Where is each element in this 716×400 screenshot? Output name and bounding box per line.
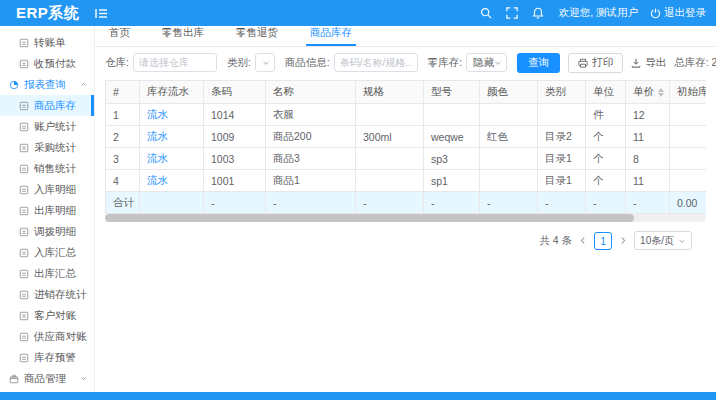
sidebar: 转账单收预付款报表查询商品库存账户统计采购统计销售统计入库明细出库明细调拨明细入… [0, 26, 95, 392]
printer-icon [578, 58, 588, 68]
fullscreen-icon[interactable] [506, 7, 518, 19]
sidebar-item-转账单[interactable]: 转账单 [0, 32, 94, 53]
warehouse-input[interactable] [133, 53, 217, 72]
column-header-单位: 单位 [586, 81, 626, 104]
sidebar-item-销售统计[interactable]: 销售统计 [0, 158, 94, 179]
column-label: 名称 [273, 85, 294, 97]
sidebar-item-采购统计[interactable]: 采购统计 [0, 137, 94, 158]
bell-icon[interactable] [532, 7, 544, 19]
sidebar-item-出库明细[interactable]: 出库明细 [0, 200, 94, 221]
filter-bar: 仓库: 类别: 商品信息: 零库存: 隐藏 查 [95, 47, 716, 78]
sidebar-item-报表查询[interactable]: 报表查询 [0, 74, 94, 95]
content-area: 首页零售出库零售退货商品库存 仓库: 类别: 商品信息: 零库存: 隐藏 [95, 26, 716, 392]
scrollbar-thumb[interactable] [105, 214, 634, 222]
sidebar-item-label: 商品管理 [24, 372, 66, 386]
sidebar-item-入库明细[interactable]: 入库明细 [0, 179, 94, 200]
table-cell: 目录2 [538, 126, 586, 148]
sidebar-item-商品管理[interactable]: 商品管理 [0, 368, 94, 389]
sidebar-item-入库汇总[interactable]: 入库汇总 [0, 242, 94, 263]
table-cell: weqwe [424, 126, 480, 148]
app-title: ERP系统 [16, 4, 88, 23]
sidebar-item-客户对账[interactable]: 客户对账 [0, 305, 94, 326]
export-button[interactable]: 导出 [631, 53, 666, 73]
doc-icon [19, 248, 29, 258]
sidebar-collapse-icon[interactable] [95, 8, 108, 19]
table-cell: 目录1 [538, 148, 586, 170]
logout-button[interactable]: 退出登录 [650, 6, 706, 20]
sidebar-item-库存预警[interactable]: 库存预警 [0, 347, 94, 368]
doc-icon [19, 185, 29, 195]
product-info-input[interactable] [334, 53, 418, 72]
table-cell [538, 104, 586, 126]
flow-link[interactable]: 流水 [147, 130, 168, 142]
table-cell: 流水 [140, 148, 204, 170]
search-icon[interactable] [480, 7, 492, 19]
sidebar-item-label: 账户统计 [34, 120, 76, 134]
sidebar-item-收预付款[interactable]: 收预付款 [0, 53, 94, 74]
sidebar-item-进销存统计[interactable]: 进销存统计 [0, 284, 94, 305]
doc-icon [19, 101, 29, 111]
tab-零售退货[interactable]: 零售退货 [232, 26, 282, 46]
sidebar-item-label: 销售统计 [34, 162, 76, 176]
total-cell: - [480, 192, 538, 214]
sidebar-item-label: 调拨明细 [34, 225, 76, 239]
app-window: ERP系统 欢迎您, 测试用户 退出登录 转账单收预付款报表查询商品库存 [0, 0, 716, 400]
table-cell [670, 126, 707, 148]
page-number-button[interactable]: 1 [594, 232, 612, 250]
product-info-label: 商品信息: [285, 56, 330, 70]
main-layout: 转账单收预付款报表查询商品库存账户统计采购统计销售统计入库明细出库明细调拨明细入… [0, 26, 716, 392]
chevron-down-icon [678, 237, 686, 245]
sidebar-item-label: 出库汇总 [34, 267, 76, 281]
export-label: 导出 [645, 56, 666, 70]
sidebar-item-账户统计[interactable]: 账户统计 [0, 116, 94, 137]
table-cell: 8 [626, 148, 670, 170]
page-size-value: 10条/页 [640, 234, 674, 248]
sidebar-item-label: 进销存统计 [34, 288, 87, 302]
inventory-summary: 总库存: 23, 总库存金额: 234 [674, 56, 716, 70]
sidebar-item-label: 供应商对账 [34, 330, 87, 344]
total-cell: - [204, 192, 266, 214]
sidebar-item-出库汇总[interactable]: 出库汇总 [0, 263, 94, 284]
table-cell: 11 [626, 126, 670, 148]
category-select[interactable] [255, 53, 275, 72]
column-label: 规格 [363, 85, 384, 97]
table-cell: 商品1 [266, 170, 356, 192]
table-cell: 个 [586, 126, 626, 148]
logout-icon [650, 8, 661, 19]
zero-stock-select[interactable]: 隐藏 [466, 53, 507, 72]
prev-page-button[interactable] [579, 236, 587, 245]
table-cell: 1014 [204, 104, 266, 126]
query-button[interactable]: 查询 [517, 53, 560, 73]
sidebar-item-label: 商品库存 [34, 99, 76, 113]
sidebar-item-调拨明细[interactable]: 调拨明细 [0, 221, 94, 242]
column-header-颜色: 颜色 [480, 81, 538, 104]
sidebar-item-label: 库存预警 [34, 351, 76, 365]
table-cell: 商品200 [266, 126, 356, 148]
tab-商品库存[interactable]: 商品库存 [306, 26, 356, 46]
tab-首页[interactable]: 首页 [105, 26, 134, 46]
next-page-button[interactable] [619, 236, 627, 245]
sidebar-item-label: 采购统计 [34, 141, 76, 155]
table-cell [480, 104, 538, 126]
tab-零售出库[interactable]: 零售出库 [158, 26, 208, 46]
sort-icon[interactable] [658, 88, 664, 97]
flow-link[interactable]: 流水 [147, 174, 168, 186]
page-size-select[interactable]: 10条/页 [634, 231, 692, 250]
flow-link[interactable]: 流水 [147, 108, 168, 120]
flow-link[interactable]: 流水 [147, 152, 168, 164]
table-cell: 流水 [140, 126, 204, 148]
horizontal-scrollbar[interactable] [105, 214, 706, 222]
table-row: 1流水1014衣服件12 [106, 104, 707, 126]
column-label: 型号 [431, 85, 452, 97]
print-button[interactable]: 打印 [568, 53, 623, 73]
doc-icon [19, 164, 29, 174]
column-header-单价[interactable]: 单价 [626, 81, 670, 104]
category-label: 类别: [227, 56, 251, 70]
sidebar-item-商品库存[interactable]: 商品库存 [0, 95, 94, 116]
table-row: 3流水1003商品3sp3目录1个8 [106, 148, 707, 170]
column-header-库存流水: 库存流水 [140, 81, 204, 104]
column-label: 类别 [545, 85, 566, 97]
column-header-初始库存[interactable]: 初始库存 [670, 81, 707, 104]
table-cell [356, 148, 424, 170]
sidebar-item-供应商对账[interactable]: 供应商对账 [0, 326, 94, 347]
